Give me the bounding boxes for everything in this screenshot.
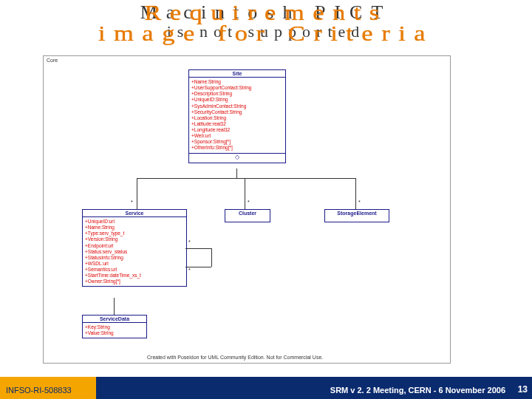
connector — [137, 178, 355, 179]
connector — [245, 178, 245, 209]
class-cluster-title: Cluster — [225, 210, 270, 216]
class-servicedata-title: ServiceData — [83, 316, 146, 323]
class-cluster: Cluster — [225, 209, 270, 222]
multiplicity: * — [131, 200, 133, 205]
class-storageelement-title: StorageElement — [325, 210, 389, 216]
title-orange-lower: image for Criteria — [0, 21, 532, 46]
class-site-body: +Name:String +UserSupportContact:String … — [189, 78, 285, 153]
connector — [137, 178, 137, 209]
connector — [211, 248, 212, 267]
class-service-body: +UniqueID:url +Name:String +Type:serv_ty… — [83, 217, 186, 286]
class-service-title: Service — [83, 210, 186, 217]
class-site: Site +Name:String +UserSupportContact:St… — [188, 69, 286, 163]
class-service: Service +UniqueID:url +Name:String +Type… — [82, 209, 187, 287]
class-storageelement: StorageElement — [324, 209, 389, 222]
footer-meeting: SRM v 2. 2 Meeting, CERN - 6 November 20… — [330, 386, 505, 395]
multiplicity: * — [188, 239, 191, 245]
diamond-icon: ◇ — [189, 153, 285, 163]
uml-diagram: Core Site +Name:String +UserSupportConta… — [43, 55, 451, 364]
connector — [185, 248, 211, 249]
diagram-credit: Created with Poseidon for UML Community … — [147, 355, 323, 360]
multiplicity: * — [358, 200, 361, 205]
slide-footer: INFSO-RI-508833 SRM v 2. 2 Meeting, CERN… — [0, 377, 532, 399]
class-servicedata: ServiceData +Key:String +Value:String — [82, 315, 147, 338]
multiplicity: * — [188, 267, 191, 273]
multiplicity: * — [248, 200, 250, 205]
footer-page-number: 13 — [518, 384, 528, 395]
class-servicedata-body: +Key:String +Value:String — [83, 323, 146, 338]
connector — [236, 168, 237, 178]
connector — [114, 298, 115, 315]
connector — [355, 178, 356, 209]
footer-project-id: INFSO-RI-508833 — [6, 386, 72, 395]
class-site-title: Site — [189, 70, 285, 78]
